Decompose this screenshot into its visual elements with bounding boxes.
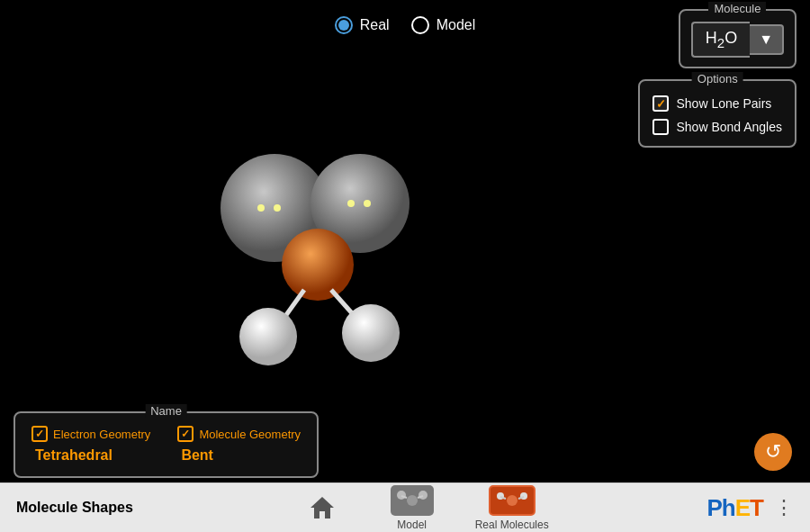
tab-bar: Molecule Shapes Model — [0, 482, 810, 532]
tab-real-molecules[interactable]: Real Molecules — [475, 485, 549, 531]
model-tab-icon — [391, 485, 434, 516]
lone-pair-dot-1 — [257, 204, 265, 212]
molecule-name-display: H2O — [691, 22, 750, 58]
name-panel-title: Name — [145, 404, 187, 418]
real-molecules-tab-label: Real Molecules — [475, 518, 549, 531]
show-lone-pairs-checkbox[interactable] — [652, 95, 669, 112]
model-radio-button[interactable] — [411, 16, 429, 34]
show-bond-angles-row[interactable]: Show Bond Angles — [652, 119, 782, 135]
show-bond-angles-checkbox[interactable] — [652, 119, 669, 135]
options-panel-title: Options — [692, 72, 743, 86]
hydrogen-left — [239, 308, 297, 365]
tab-model[interactable]: Model — [385, 485, 439, 531]
real-molecules-tab-icon — [489, 485, 536, 516]
show-lone-pairs-label: Show Lone Pairs — [676, 96, 771, 111]
hydrogen-right — [342, 304, 400, 362]
svg-point-6 — [507, 495, 518, 506]
electron-geometry-col: Electron Geometry Tetrahedral — [32, 426, 150, 464]
tab-icons-group: Model Real Molecules — [149, 485, 695, 531]
svg-marker-0 — [310, 497, 334, 518]
phet-logo-text: PhET — [707, 494, 763, 522]
molecule-dropdown-button[interactable]: ▼ — [750, 24, 784, 55]
model-radio-option[interactable]: Model — [411, 16, 476, 34]
model-radio-label: Model — [436, 17, 476, 33]
model-tab-label: Model — [397, 518, 427, 531]
molecule-subscript: 2 — [717, 35, 724, 50]
name-columns: Electron Geometry Tetrahedral Molecule G… — [32, 426, 301, 464]
kebab-menu-button[interactable]: ⋮ — [770, 496, 797, 519]
phet-logo: PhET ⋮ — [695, 494, 810, 522]
lone-pair-dot-2 — [274, 204, 281, 212]
real-radio-option[interactable]: Real — [335, 16, 390, 34]
molecule-display-area — [0, 54, 630, 424]
molecule-panel: Molecule H2O ▼ — [679, 9, 796, 68]
real-radio-label: Real — [360, 17, 390, 33]
name-panel: Name Electron Geometry Tetrahedral Molec… — [14, 411, 319, 478]
svg-point-3 — [418, 491, 428, 500]
electron-geometry-value: Tetrahedral — [32, 447, 112, 464]
molecule-svg — [171, 113, 459, 365]
electron-geometry-header: Electron Geometry — [32, 426, 150, 442]
molecule-geometry-value: Bent — [177, 447, 213, 464]
lone-pair-dot-3 — [347, 200, 355, 207]
show-lone-pairs-row[interactable]: Show Lone Pairs — [652, 95, 782, 112]
molecule-selector: H2O ▼ — [691, 22, 784, 58]
molecule-panel-title: Molecule — [708, 2, 766, 15]
tab-home[interactable] — [295, 495, 349, 520]
app-name-label: Molecule Shapes — [0, 500, 149, 516]
molecule-geometry-check[interactable] — [177, 426, 194, 442]
molecule-geometry-label: Molecule Geometry — [199, 428, 301, 441]
show-bond-angles-label: Show Bond Angles — [676, 120, 782, 134]
svg-point-2 — [397, 491, 406, 500]
lone-pair-dot-4 — [364, 200, 371, 207]
molecule-geometry-col: Molecule Geometry Bent — [177, 426, 301, 464]
home-icon — [309, 495, 336, 520]
options-panel: Options Show Lone Pairs Show Bond Angles — [638, 79, 796, 148]
reset-button[interactable]: ↺ — [754, 433, 792, 471]
oxygen-atom — [282, 229, 354, 301]
electron-geometry-check[interactable] — [32, 426, 48, 442]
svg-point-1 — [407, 495, 418, 506]
electron-geometry-label: Electron Geometry — [53, 428, 150, 441]
molecule-geometry-header: Molecule Geometry — [177, 426, 301, 442]
real-radio-button[interactable] — [335, 16, 353, 34]
